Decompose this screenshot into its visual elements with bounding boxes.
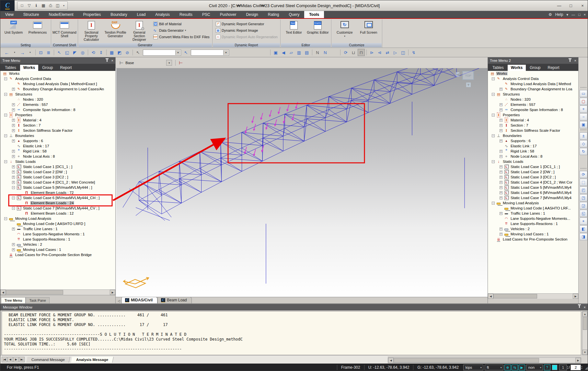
- expand-toggle-icon[interactable]: +: [12, 228, 15, 230]
- menu-item-results[interactable]: Results: [175, 11, 197, 18]
- tree-item[interactable]: −Boundaries: [488, 133, 578, 138]
- message-v-scrollbar[interactable]: ▲ ▼: [582, 311, 588, 355]
- tree-item[interactable]: Elastic Link : 17: [488, 143, 578, 149]
- menu-item-pushover[interactable]: Pushover: [215, 11, 241, 18]
- expand-toggle-icon[interactable]: +: [12, 243, 15, 246]
- tree-item[interactable]: +Static Load Case 3 [DC2 ; ]: [488, 174, 578, 180]
- scroll-right-icon[interactable]: ▶: [575, 358, 581, 363]
- rotate-axis-button[interactable]: ⌖: [580, 218, 587, 225]
- tree-item[interactable]: +Material : 4: [0, 118, 115, 123]
- minimize-button[interactable]: —: [553, 2, 565, 9]
- message-nav-1-icon[interactable]: ◀: [7, 357, 13, 362]
- tree-item[interactable]: +Rigid Link : 58: [488, 149, 578, 154]
- activate-icon[interactable]: ⊳: [368, 49, 375, 56]
- dynamic-zoom-button[interactable]: ±: [580, 132, 587, 140]
- zoom-in-button[interactable]: +: [580, 106, 587, 113]
- tree-item[interactable]: Element Beam Loads : 72: [0, 190, 115, 195]
- expand-toggle-icon[interactable]: +: [12, 108, 15, 111]
- view-cube-top[interactable]: TOP: [462, 71, 474, 80]
- tree-item[interactable]: Moving Load Analysis Data [ Method: [488, 81, 578, 86]
- message-tab-analysis-message[interactable]: Analysis Message: [71, 357, 114, 363]
- tree-item[interactable]: +Static Load Case 1 [DC1_1 ; ]: [488, 164, 578, 169]
- element-number-icon[interactable]: N: [322, 49, 329, 56]
- render-view-icon[interactable]: ▥: [295, 49, 303, 56]
- menu-item-rating[interactable]: Rating: [263, 11, 284, 18]
- menu-item-analysis[interactable]: Analysis: [150, 11, 175, 18]
- bottom-tab-task-pane[interactable]: Task Pane: [26, 297, 49, 303]
- maximize-button[interactable]: □: [565, 2, 577, 9]
- expand-toggle-icon[interactable]: −: [12, 207, 15, 210]
- drag-handle-icon[interactable]: [581, 168, 586, 170]
- view-tab-beam-load[interactable]: CBeam Load: [157, 297, 191, 303]
- view-undo-icon[interactable]: ←: [3, 49, 10, 56]
- tree-item[interactable]: +Static Load Case 2 [DW ; ]: [0, 169, 115, 174]
- page-total-spinner[interactable]: 2▴▾: [571, 365, 582, 370]
- tab-scroll-left-icon[interactable]: ◁: [116, 299, 121, 303]
- tree-item[interactable]: −Static Loads: [0, 159, 115, 164]
- tree-item[interactable]: +Node Local Axis : 8: [0, 154, 115, 159]
- expand-toggle-icon[interactable]: +: [500, 233, 502, 236]
- expand-toggle-icon[interactable]: −: [492, 114, 495, 117]
- scroll-track[interactable]: [493, 294, 573, 299]
- length-unit-select[interactable]: ft▾: [485, 365, 503, 370]
- tree-item[interactable]: +Boundary Change Assignment to Load Case…: [0, 86, 115, 92]
- help-chevron-icon[interactable]: ▾: [566, 13, 568, 17]
- select-window-icon[interactable]: ◱: [63, 49, 71, 56]
- select-previous-icon[interactable]: ◤: [71, 49, 78, 56]
- expand-toggle-icon[interactable]: +: [12, 165, 15, 168]
- gear-icon[interactable]: ⚙: [548, 12, 552, 17]
- sectional-property-calculator-button[interactable]: Sectional Property Calculator: [79, 20, 103, 43]
- menu-item-load[interactable]: Load: [132, 11, 151, 18]
- expand-toggle-icon[interactable]: −: [492, 202, 495, 205]
- expand-toggle-icon[interactable]: +: [500, 140, 502, 142]
- tree-item[interactable]: +Vehicles : 2: [488, 226, 578, 231]
- scroll-down-icon[interactable]: ▼: [582, 350, 587, 355]
- iso-view-1-button[interactable]: ◰: [580, 186, 587, 194]
- scroll-left-icon[interactable]: ◀: [488, 294, 493, 299]
- tree-item[interactable]: Moving Load Code [ AASHTO LRF...: [488, 206, 578, 211]
- scroll-left-icon[interactable]: ◀: [0, 290, 6, 295]
- tree-item[interactable]: Elastic Link : 17: [0, 143, 115, 149]
- stage-select[interactable]: Base: [125, 61, 164, 65]
- zoom-fit-icon[interactable]: ▣: [272, 49, 279, 56]
- tree-item[interactable]: +Static Load Case 6 [MVmaxMVLMy4: [488, 190, 578, 195]
- menu-item-query[interactable]: Query: [284, 11, 304, 18]
- view-right-icon[interactable]: ▶: [478, 72, 480, 77]
- active-previous-icon[interactable]: ◫: [399, 49, 407, 56]
- graphic-editor-button[interactable]: Graphic Editor: [306, 20, 330, 43]
- close-icon[interactable]: ×: [584, 305, 586, 309]
- tree-item[interactable]: Lane Supports-Negative Moments : 1: [0, 231, 115, 237]
- tree-item[interactable]: +Static Load Case 5 [MVmaxMVLMy4: [488, 185, 578, 190]
- zoom-window-button[interactable]: ▭: [580, 90, 587, 97]
- stage-dropdown-icon[interactable]: ▾: [166, 60, 172, 66]
- tree-item[interactable]: +Section : 7: [0, 123, 115, 128]
- expand-toggle-icon[interactable]: +: [500, 171, 502, 174]
- tree-2-h-scrollbar[interactable]: ◀ ▶: [488, 293, 578, 299]
- snap-node-button[interactable]: ⊕: [504, 365, 511, 370]
- expand-toggle-icon[interactable]: +: [500, 124, 502, 127]
- lock-model-icon[interactable]: ⊓: [358, 49, 365, 56]
- select-identity-icon[interactable]: ⊡: [37, 49, 44, 56]
- menu-item-design[interactable]: Design: [241, 11, 263, 18]
- tree-h-scrollbar[interactable]: ◀ ▶: [0, 289, 115, 295]
- activate-all-icon[interactable]: ▷: [392, 49, 399, 56]
- scroll-right-icon[interactable]: ▶: [573, 294, 578, 299]
- expand-toggle-icon[interactable]: −: [492, 134, 495, 137]
- initial-view-button[interactable]: ⬚: [580, 179, 587, 186]
- spin-down-icon[interactable]: ▾: [567, 367, 568, 369]
- tree-item[interactable]: −Analysis Control Data: [488, 76, 578, 81]
- tree-item[interactable]: +Moving Load Cases : 1: [0, 247, 115, 252]
- unselect-single-icon[interactable]: ⟲: [90, 49, 97, 56]
- preferences-button[interactable]: Preferences: [26, 20, 50, 43]
- expand-toggle-icon[interactable]: +: [500, 191, 502, 194]
- unselect-window-icon[interactable]: ⇕: [98, 49, 105, 56]
- hidden-surface-icon[interactable]: ▱: [288, 49, 295, 56]
- expand-toggle-icon[interactable]: +: [500, 103, 502, 106]
- tab-works[interactable]: Works: [508, 65, 526, 71]
- expand-toggle-icon[interactable]: +: [500, 165, 502, 168]
- query-help-button[interactable]: ?: [544, 365, 550, 370]
- view-down-icon[interactable]: ▼: [466, 83, 471, 87]
- tree-item[interactable]: Lane Supports-Negative Moments...: [488, 216, 578, 221]
- tree-item[interactable]: −Static Load Case 6 [MVmaxMVLMy444_CH ; …: [0, 195, 115, 200]
- tree-item[interactable]: +Rigid Link : 58: [0, 149, 115, 154]
